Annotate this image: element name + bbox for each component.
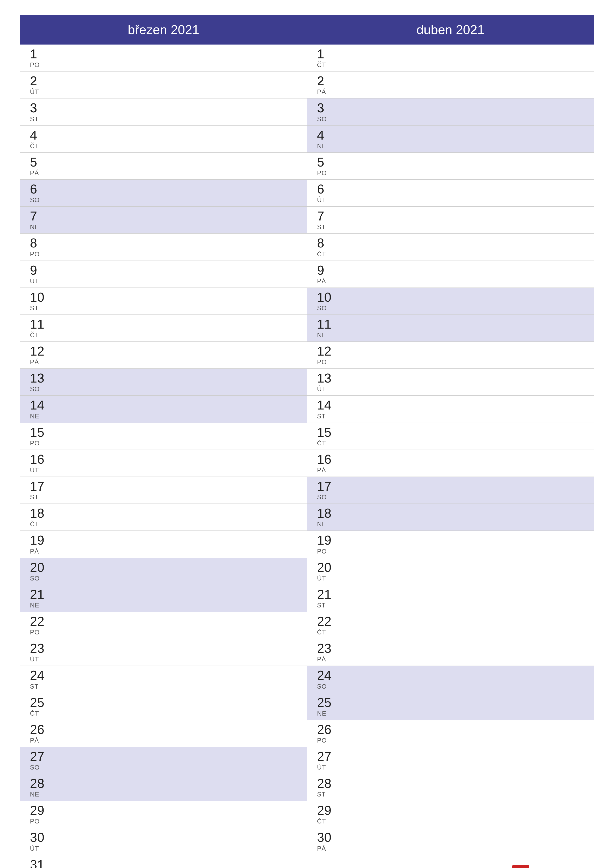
day-row: 27SO27ÚT bbox=[20, 747, 594, 774]
day-row: 2ÚT2PÁ bbox=[20, 71, 594, 98]
april-day-11: 11NE bbox=[307, 315, 594, 341]
march-day-13: 13SO bbox=[20, 369, 307, 396]
april-day-17: 17SO bbox=[307, 477, 594, 504]
april-day-26: 26PO bbox=[307, 720, 594, 747]
march-day-18: 18ČT bbox=[20, 504, 307, 531]
march-day-31: 31ST bbox=[20, 855, 307, 868]
april-day-14: 14ST bbox=[307, 396, 594, 423]
day-row: 14NE14ST bbox=[20, 396, 594, 423]
day-row: 17ST17SO bbox=[20, 477, 594, 504]
april-day-23: 23PÁ bbox=[307, 639, 594, 666]
march-day-4: 4ČT bbox=[20, 126, 307, 152]
march-day-26: 26PÁ bbox=[20, 720, 307, 747]
march-day-29: 29PO bbox=[20, 801, 307, 828]
april-day-30: 30PÁ bbox=[307, 828, 594, 855]
day-row: 7NE7ST bbox=[20, 207, 594, 234]
day-row: 21NE21ST bbox=[20, 585, 594, 612]
day-row: 20SO20ÚT bbox=[20, 558, 594, 585]
logo-icon: 7 bbox=[512, 865, 529, 868]
march-day-5: 5PÁ bbox=[20, 152, 307, 180]
april-day-5: 5PO bbox=[307, 152, 594, 180]
march-day-22: 22PO bbox=[20, 612, 307, 639]
march-day-8: 8PO bbox=[20, 234, 307, 260]
march-day-27: 27SO bbox=[20, 747, 307, 774]
march-day-6: 6SO bbox=[20, 180, 307, 206]
april-day-7: 7ST bbox=[307, 207, 594, 234]
day-row: 29PO29ČT bbox=[20, 801, 594, 828]
april-day-9: 9PÁ bbox=[307, 260, 594, 288]
april-day-12: 12PO bbox=[307, 342, 594, 369]
header-row: březen 2021 duben 2021 bbox=[20, 15, 594, 44]
march-day-9: 9ÚT bbox=[20, 260, 307, 288]
day-row: 6SO6ÚT bbox=[20, 180, 594, 206]
march-day-16: 16ÚT bbox=[20, 450, 307, 477]
march-day-15: 15PO bbox=[20, 423, 307, 450]
april-day-18: 18NE bbox=[307, 504, 594, 531]
day-row: 3ST3SO bbox=[20, 98, 594, 126]
day-row: 19PÁ19PO bbox=[20, 531, 594, 558]
day-row: 22PO22ČT bbox=[20, 612, 594, 639]
day-row: 23ÚT23PÁ bbox=[20, 639, 594, 666]
march-header: březen 2021 bbox=[20, 15, 307, 44]
day-row: 8PO8ČT bbox=[20, 234, 594, 260]
march-day-10: 10ST bbox=[20, 288, 307, 315]
day-row: 12PÁ12PO bbox=[20, 342, 594, 369]
march-day-25: 25ČT bbox=[20, 693, 307, 720]
calendar-logo: 7 CALENDAR bbox=[512, 865, 594, 868]
day-row: 18ČT18NE bbox=[20, 504, 594, 531]
march-day-14: 14NE bbox=[20, 396, 307, 423]
day-row: 31ST bbox=[20, 855, 594, 868]
april-day-29: 29ČT bbox=[307, 801, 594, 828]
day-row: 24ST24SO bbox=[20, 666, 594, 693]
day-row: 16ÚT16PÁ bbox=[20, 450, 594, 477]
day-row: 25ČT25NE bbox=[20, 693, 594, 720]
march-day-24: 24ST bbox=[20, 666, 307, 693]
march-day-30: 30ÚT bbox=[20, 828, 307, 855]
april-day-6: 6ÚT bbox=[307, 180, 594, 206]
april-day-20: 20ÚT bbox=[307, 558, 594, 585]
april-day-19: 19PO bbox=[307, 531, 594, 558]
march-day-20: 20SO bbox=[20, 558, 307, 585]
april-header: duben 2021 bbox=[307, 15, 594, 44]
april-day-24: 24SO bbox=[307, 666, 594, 693]
april-day-15: 15ČT bbox=[307, 423, 594, 450]
march-day-12: 12PÁ bbox=[20, 342, 307, 369]
day-row: 26PÁ26PO bbox=[20, 720, 594, 747]
march-day-3: 3ST bbox=[20, 98, 307, 126]
calendar-table: březen 2021 duben 2021 1PO1ČT2ÚT2PÁ3ST3S… bbox=[20, 15, 594, 868]
day-row: 5PÁ5PO bbox=[20, 152, 594, 180]
april-day-13: 13ÚT bbox=[307, 369, 594, 396]
day-row: 13SO13ÚT bbox=[20, 369, 594, 396]
day-row: 11ČT11NE bbox=[20, 315, 594, 341]
day-row: 28NE28ST bbox=[20, 774, 594, 801]
day-row: 9ÚT9PÁ bbox=[20, 260, 594, 288]
day-row: 4ČT4NE bbox=[20, 126, 594, 152]
day-row: 15PO15ČT bbox=[20, 423, 594, 450]
march-day-23: 23ÚT bbox=[20, 639, 307, 666]
april-day-25: 25NE bbox=[307, 693, 594, 720]
march-day-21: 21NE bbox=[20, 585, 307, 612]
day-row: 1PO1ČT bbox=[20, 44, 594, 71]
april-day-10: 10SO bbox=[307, 288, 594, 315]
day-row: 10ST10SO bbox=[20, 288, 594, 315]
march-day-11: 11ČT bbox=[20, 315, 307, 341]
april-day-27: 27ÚT bbox=[307, 747, 594, 774]
march-day-1: 1PO bbox=[20, 44, 307, 71]
april-day-28: 28ST bbox=[307, 774, 594, 801]
april-day-1: 1ČT bbox=[307, 44, 594, 71]
footer: 7 CALENDAR bbox=[512, 865, 594, 868]
april-day-4: 4NE bbox=[307, 126, 594, 152]
april-day-16: 16PÁ bbox=[307, 450, 594, 477]
april-day-22: 22ČT bbox=[307, 612, 594, 639]
march-day-17: 17ST bbox=[20, 477, 307, 504]
april-day-2: 2PÁ bbox=[307, 71, 594, 98]
april-day-8: 8ČT bbox=[307, 234, 594, 260]
april-day-3: 3SO bbox=[307, 98, 594, 126]
march-day-2: 2ÚT bbox=[20, 71, 307, 98]
april-day-21: 21ST bbox=[307, 585, 594, 612]
day-row: 30ÚT30PÁ bbox=[20, 828, 594, 855]
calendar-page: březen 2021 duben 2021 1PO1ČT2ÚT2PÁ3ST3S… bbox=[0, 0, 614, 868]
march-day-7: 7NE bbox=[20, 207, 307, 234]
march-day-19: 19PÁ bbox=[20, 531, 307, 558]
march-day-28: 28NE bbox=[20, 774, 307, 801]
